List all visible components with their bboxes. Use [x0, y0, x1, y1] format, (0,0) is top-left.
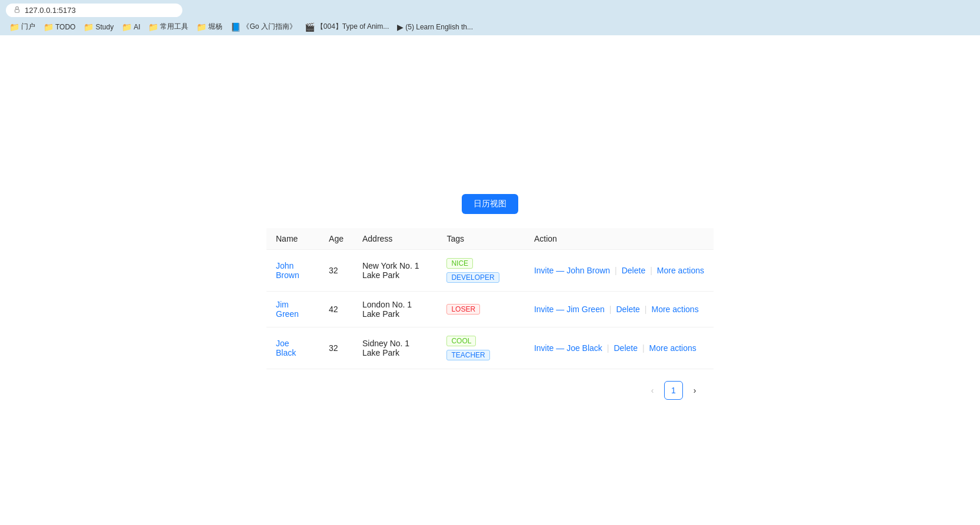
row-name-link-0[interactable]: John Brown — [276, 261, 299, 280]
row-address-0: New York No. 1 Lake Park — [353, 250, 437, 292]
col-age: Age — [319, 228, 353, 250]
data-table-container: Name Age Address Tags Action John Brown3… — [266, 228, 714, 369]
action-divider: | — [650, 266, 652, 275]
bookmark-item[interactable]: 📁TODO — [40, 21, 79, 33]
row-tags-1: LOSER — [437, 292, 525, 327]
pagination-next-button[interactable]: › — [685, 381, 704, 400]
delete-link-2[interactable]: Delete — [614, 343, 637, 353]
col-name: Name — [266, 228, 319, 250]
table-row: Jim Green42London No. 1 Lake ParkLOSERIn… — [266, 292, 714, 327]
lock-icon — [13, 5, 21, 15]
delete-link-1[interactable]: Delete — [616, 305, 639, 314]
action-divider: | — [609, 305, 612, 314]
pagination: ‹ 1 › — [266, 381, 714, 400]
bookmark-item[interactable]: 🎬【004】Type of Anim... — [301, 21, 392, 33]
delete-link-0[interactable]: Delete — [622, 266, 645, 275]
pagination-prev-button[interactable]: ‹ — [643, 381, 662, 400]
row-age-0: 32 — [319, 250, 353, 292]
col-tags: Tags — [437, 228, 525, 250]
tag-developer: DEVELOPER — [446, 272, 499, 283]
row-name-link-1[interactable]: Jim Green — [276, 300, 299, 319]
tag-nice: NICE — [446, 258, 473, 269]
tag-teacher: TEACHER — [446, 350, 489, 360]
bookmark-item[interactable]: ▶(5) Learn English th... — [394, 21, 476, 33]
action-divider: | — [642, 343, 645, 353]
table-header-row: Name Age Address Tags Action — [266, 228, 714, 250]
bookmark-item[interactable]: 📁门户 — [6, 21, 39, 33]
row-address-2: Sidney No. 1 Lake Park — [353, 327, 437, 369]
row-age-1: 42 — [319, 292, 353, 327]
table-row: Joe Black32Sidney No. 1 Lake ParkCOOLTEA… — [266, 327, 714, 369]
row-age-2: 32 — [319, 327, 353, 369]
bookmark-item[interactable]: 📘《Go 入门指南》 — [227, 21, 299, 33]
action-divider: | — [607, 343, 609, 353]
row-action-2: Invite — Joe Black|Delete|More actions — [525, 327, 714, 369]
row-action-0: Invite — John Brown|Delete|More actions — [525, 250, 714, 292]
col-address: Address — [353, 228, 437, 250]
svg-point-0 — [16, 6, 19, 9]
row-tags-0: NICEDEVELOPER — [437, 250, 525, 292]
invite-link-0[interactable]: Invite — John Brown — [534, 266, 610, 275]
address-bar[interactable]: 127.0.0.1:5173 — [6, 4, 182, 17]
url-text: 127.0.0.1:5173 — [25, 6, 76, 15]
bookmark-item[interactable]: 📁堀杨 — [193, 21, 226, 33]
svg-rect-1 — [15, 9, 19, 12]
tag-cool: COOL — [446, 336, 476, 346]
more-actions-link-2[interactable]: More actions — [649, 343, 696, 353]
data-table: Name Age Address Tags Action John Brown3… — [266, 228, 714, 369]
more-actions-link-1[interactable]: More actions — [651, 305, 698, 314]
bookmark-item[interactable]: 📁AI — [118, 21, 144, 33]
pagination-page-1-button[interactable]: 1 — [664, 381, 683, 400]
row-address-1: London No. 1 Lake Park — [353, 292, 437, 327]
browser-chrome: 127.0.0.1:5173 📁门户📁TODO📁Study📁AI📁常用工具📁堀杨… — [0, 0, 980, 35]
action-divider: | — [645, 305, 647, 314]
bookmarks-bar: 📁门户📁TODO📁Study📁AI📁常用工具📁堀杨📘《Go 入门指南》🎬【004… — [6, 21, 974, 35]
more-actions-link-0[interactable]: More actions — [657, 266, 704, 275]
action-divider: | — [615, 266, 617, 275]
row-name-link-2[interactable]: Joe Black — [276, 339, 296, 357]
calendar-view-button[interactable]: 日历视图 — [462, 194, 518, 214]
table-row: John Brown32New York No. 1 Lake ParkNICE… — [266, 250, 714, 292]
invite-link-1[interactable]: Invite — Jim Green — [534, 305, 605, 314]
page-content: 日历视图 Name Age Address Tags Action John B… — [0, 35, 980, 525]
invite-link-2[interactable]: Invite — Joe Black — [534, 343, 602, 353]
bookmark-item[interactable]: 📁常用工具 — [145, 21, 192, 33]
row-action-1: Invite — Jim Green|Delete|More actions — [525, 292, 714, 327]
col-action: Action — [525, 228, 714, 250]
row-tags-2: COOLTEACHER — [437, 327, 525, 369]
tag-loser: LOSER — [446, 304, 480, 315]
bookmark-item[interactable]: 📁Study — [80, 21, 117, 33]
